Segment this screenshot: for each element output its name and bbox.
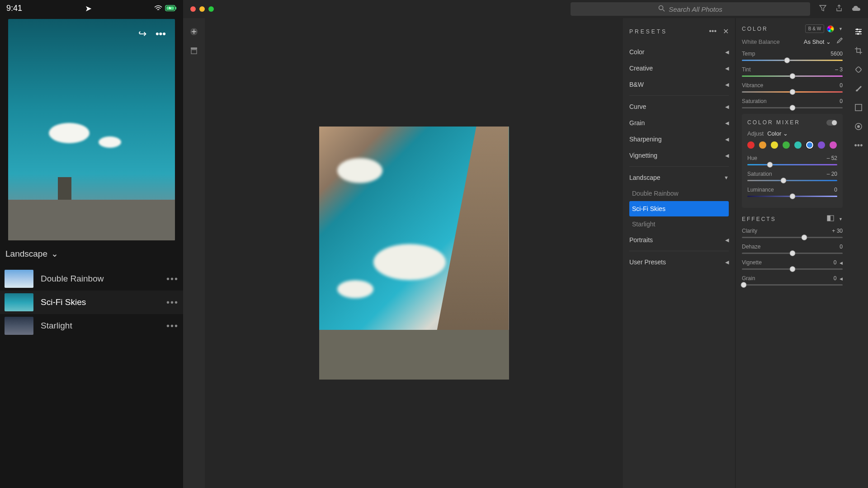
mobile-category-label: Landscape bbox=[5, 249, 47, 259]
cloud-icon[interactable] bbox=[852, 5, 861, 14]
add-icon[interactable] bbox=[189, 27, 198, 38]
preset-group[interactable]: Grain◀ bbox=[629, 115, 729, 131]
preset-group-landscape[interactable]: Landscape ▼ bbox=[629, 169, 729, 186]
filter-icon[interactable] bbox=[819, 5, 826, 14]
presets-more-icon[interactable]: ••• bbox=[709, 27, 717, 36]
brush-icon[interactable] bbox=[854, 84, 863, 93]
more-icon[interactable]: ••• bbox=[166, 321, 179, 331]
maximize-window-icon[interactable] bbox=[208, 6, 214, 12]
slider-temp[interactable]: Temp5600 bbox=[742, 51, 843, 61]
preset-group[interactable]: Sharpening◀ bbox=[629, 131, 729, 147]
right-toolstrip: ••• bbox=[849, 18, 868, 488]
slider-label: Dehaze bbox=[742, 244, 760, 250]
preset-item[interactable]: Sci-Fi Skies bbox=[629, 201, 729, 216]
mobile-category-dropdown[interactable]: Landscape ⌄ bbox=[0, 240, 183, 267]
wb-dropdown[interactable]: As Shot ⌄ bbox=[804, 38, 831, 45]
chevron-left-icon: ◀ bbox=[725, 120, 729, 126]
traffic-lights[interactable] bbox=[190, 6, 214, 12]
edit-sliders-icon[interactable] bbox=[854, 27, 863, 36]
slider-hue[interactable]: Hue– 52 bbox=[747, 155, 837, 165]
export-icon[interactable] bbox=[835, 5, 843, 14]
preset-group[interactable]: Vignetting◀ bbox=[629, 147, 729, 164]
close-window-icon[interactable] bbox=[190, 6, 196, 12]
svg-point-12 bbox=[857, 33, 859, 35]
canvas-area bbox=[205, 18, 623, 488]
more-icon[interactable]: ••• bbox=[156, 28, 166, 40]
mobile-preset-item[interactable]: Starlight ••• bbox=[0, 314, 183, 338]
slider-clarity[interactable]: Clarity+ 30 bbox=[742, 228, 843, 238]
color-swatch[interactable] bbox=[783, 141, 790, 149]
chevron-left-icon[interactable]: ◀ bbox=[838, 277, 843, 281]
preset-group-label: Portraits bbox=[629, 236, 653, 244]
search-input[interactable]: Search All Photos bbox=[571, 2, 810, 16]
color-swatch[interactable] bbox=[818, 141, 825, 149]
slider-saturation[interactable]: Saturation– 20 bbox=[747, 171, 837, 181]
preset-group[interactable]: Curve◀ bbox=[629, 99, 729, 115]
slider-saturation[interactable]: Saturation0 bbox=[742, 98, 843, 108]
eyedropper-icon[interactable] bbox=[835, 38, 843, 46]
adjust-dropdown[interactable]: Color ⌄ bbox=[767, 130, 788, 137]
search-icon bbox=[658, 5, 665, 13]
slider-luminance[interactable]: Luminance0 bbox=[747, 187, 837, 197]
preset-item[interactable]: Starlight bbox=[629, 216, 729, 232]
slider-value: 5600 bbox=[830, 51, 843, 57]
healing-icon[interactable] bbox=[854, 65, 863, 74]
slider-dehaze[interactable]: Dehaze0 bbox=[742, 244, 843, 254]
chevron-down-icon: ▼ bbox=[724, 175, 729, 180]
mobile-status-bar: 9:41 ➤ bbox=[0, 0, 183, 17]
left-toolstrip bbox=[183, 18, 205, 488]
mobile-preview-image: ↪ ••• bbox=[8, 19, 175, 240]
slider-vignette[interactable]: Vignette0 ◀ bbox=[742, 259, 843, 270]
slider-label: Luminance bbox=[747, 187, 774, 193]
adjust-label: Adjust bbox=[747, 130, 764, 137]
preset-group-label: Vignetting bbox=[629, 152, 657, 159]
chevron-left-icon[interactable]: ◀ bbox=[838, 261, 843, 265]
svg-rect-6 bbox=[191, 47, 197, 49]
color-swatches bbox=[747, 141, 837, 149]
color-swatch[interactable] bbox=[759, 141, 766, 149]
color-swatch[interactable] bbox=[747, 141, 755, 149]
color-wheel-icon[interactable] bbox=[827, 25, 834, 33]
preset-thumb bbox=[5, 317, 33, 335]
color-swatch[interactable] bbox=[771, 141, 778, 149]
archive-icon[interactable] bbox=[190, 47, 198, 57]
preset-group[interactable]: Color◀ bbox=[629, 44, 729, 60]
mobile-preset-item[interactable]: Sci-Fi Skies ••• bbox=[0, 291, 183, 314]
split-tone-icon[interactable] bbox=[827, 215, 834, 223]
linear-gradient-icon[interactable] bbox=[854, 103, 863, 112]
slider-vibrance[interactable]: Vibrance0 bbox=[742, 82, 843, 93]
share-icon[interactable]: ↪ bbox=[138, 28, 146, 40]
preset-group[interactable]: Creative◀ bbox=[629, 60, 729, 76]
svg-point-16 bbox=[857, 125, 860, 128]
color-swatch[interactable] bbox=[794, 141, 802, 149]
more-icon[interactable]: ••• bbox=[166, 297, 179, 308]
color-swatch[interactable] bbox=[806, 141, 813, 149]
preset-item[interactable]: Double Rainbow bbox=[629, 186, 729, 201]
minimize-window-icon[interactable] bbox=[199, 6, 205, 12]
slider-tint[interactable]: Tint– 3 bbox=[742, 66, 843, 77]
slider-label: Temp bbox=[742, 51, 755, 57]
radial-gradient-icon[interactable] bbox=[854, 122, 863, 131]
slider-label: Tint bbox=[742, 66, 751, 73]
presets-close-icon[interactable]: ✕ bbox=[723, 27, 729, 36]
preset-group-label: B&W bbox=[629, 81, 644, 88]
more-icon[interactable]: ••• bbox=[166, 274, 179, 284]
chevron-down-icon[interactable]: ▼ bbox=[839, 217, 843, 221]
mixer-toggle[interactable] bbox=[826, 120, 837, 126]
more-tools-icon[interactable]: ••• bbox=[854, 141, 863, 150]
bw-button[interactable]: B & W bbox=[805, 24, 824, 33]
crop-icon[interactable] bbox=[854, 46, 863, 55]
slider-grain[interactable]: Grain0 ◀ bbox=[742, 275, 843, 286]
color-swatch[interactable] bbox=[830, 141, 837, 149]
preset-group-portraits[interactable]: Portraits ◀ bbox=[629, 232, 729, 248]
wb-label: White Balance bbox=[742, 38, 780, 45]
main-image[interactable] bbox=[319, 127, 509, 380]
preset-group-user[interactable]: User Presets ◀ bbox=[629, 254, 729, 270]
preset-group[interactable]: B&W◀ bbox=[629, 76, 729, 93]
battery-icon bbox=[165, 4, 177, 14]
chevron-down-icon[interactable]: ▼ bbox=[839, 27, 843, 31]
mobile-preset-item[interactable]: Double Rainbow ••• bbox=[0, 267, 183, 291]
chevron-left-icon: ◀ bbox=[725, 82, 729, 88]
mobile-time: 9:41 bbox=[6, 4, 22, 14]
preset-thumb bbox=[5, 293, 33, 311]
